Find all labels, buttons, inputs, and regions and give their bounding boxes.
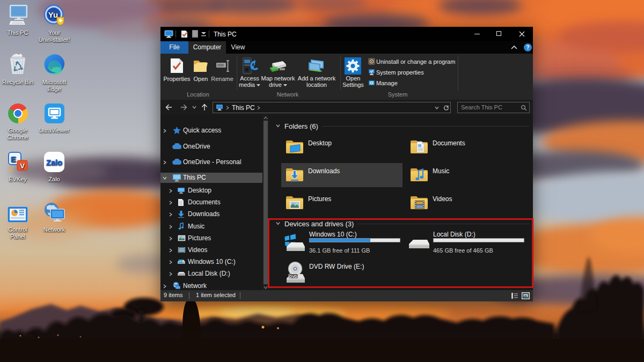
svg-text:Yu: Yu	[48, 10, 58, 19]
svg-text:V: V	[20, 162, 25, 170]
svg-text:E: E	[11, 154, 16, 164]
svg-text:Zalo: Zalo	[46, 158, 62, 167]
